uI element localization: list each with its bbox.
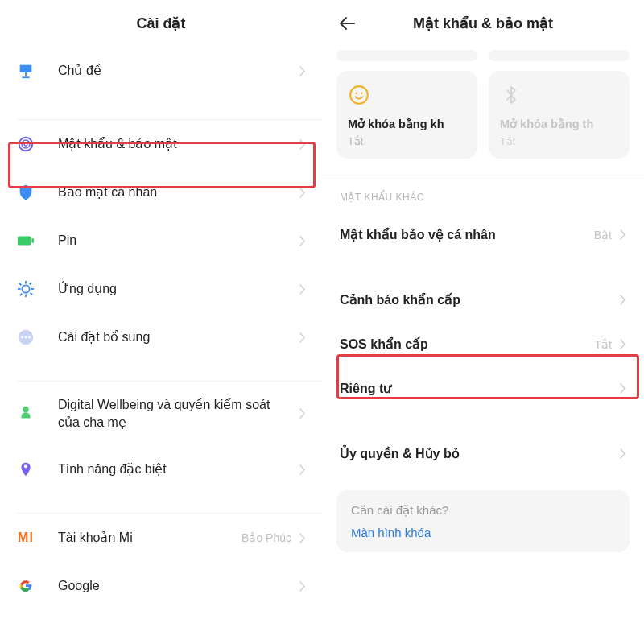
item-label: Tài khoản Mi	[58, 529, 235, 547]
chevron-right-icon	[299, 408, 306, 419]
chevron-right-icon	[620, 448, 626, 459]
svg-point-1	[22, 140, 30, 148]
footer-card: Cần cài đặt khác? Màn hình khóa	[336, 490, 630, 552]
header: Cài đặt	[0, 0, 322, 47]
svg-point-18	[23, 406, 28, 411]
svg-rect-12	[29, 282, 32, 285]
google-icon	[16, 576, 35, 596]
chevron-right-icon	[620, 229, 626, 240]
item-battery[interactable]: Pin	[0, 217, 322, 265]
row-label: Cảnh báo khẩn cấp	[340, 292, 620, 308]
item-wellbeing[interactable]: Digital Wellbeing và quyền kiểm soát của…	[0, 382, 322, 445]
section-header: MẬT KHẨU KHÁC	[322, 175, 644, 213]
card-status: Tắt	[500, 135, 618, 147]
shield-icon	[16, 183, 35, 202]
item-label: Cài đặt bổ sung	[58, 328, 291, 346]
row-label: Ủy quyền & Hủy bỏ	[340, 446, 620, 461]
svg-point-21	[355, 93, 357, 95]
fingerprint-icon	[16, 134, 35, 154]
item-privacy[interactable]: Bảo mật cá nhân	[0, 168, 322, 217]
svg-rect-6	[25, 281, 27, 284]
chevron-right-icon	[299, 332, 306, 343]
page-title: Cài đặt	[136, 14, 185, 32]
row-value: Bật	[594, 229, 612, 242]
page-title: Mật khẩu & bảo mật	[413, 14, 553, 32]
dots-icon	[16, 328, 35, 347]
theme-icon	[16, 61, 35, 80]
svg-rect-11	[30, 292, 33, 295]
chevron-right-icon	[299, 236, 306, 246]
card-title: Mở khóa bằng th	[500, 118, 618, 130]
svg-point-20	[350, 86, 368, 104]
row-label: Mật khẩu bảo vệ cá nhân	[340, 227, 594, 242]
item-label: Bảo mật cá nhân	[58, 184, 291, 201]
row-privacy[interactable]: Riêng tư	[322, 366, 644, 411]
row-personal-password[interactable]: Mật khẩu bảo vệ cá nhân Bật	[322, 213, 644, 257]
svg-rect-3	[18, 237, 31, 246]
item-label: Mật khẩu & bảo mật	[58, 135, 291, 153]
settings-list: Chủ đề Mật khẩu & bảo mật Bảo mật cá nhâ…	[0, 47, 322, 601]
card-title: Mở khóa bằng kh	[348, 118, 466, 130]
mi-logo-icon: MI	[16, 528, 35, 547]
apps-gear-icon	[16, 279, 35, 299]
footer-link[interactable]: Màn hình khóa	[351, 526, 615, 539]
special-icon	[16, 460, 35, 479]
item-label: Google	[58, 577, 291, 595]
row-authorize-revoke[interactable]: Ủy quyền & Hủy bỏ	[322, 431, 644, 476]
item-theme[interactable]: Chủ đề	[0, 47, 322, 95]
row-sos[interactable]: SOS khẩn cấp Tắt	[322, 322, 644, 366]
item-label: Digital Wellbeing và quyền kiểm soát của…	[58, 396, 291, 431]
item-password-security[interactable]: Mật khẩu & bảo mật	[0, 120, 322, 168]
header: Mật khẩu & bảo mật	[322, 0, 644, 47]
back-button[interactable]	[338, 16, 356, 31]
svg-point-17	[28, 336, 31, 339]
item-label: Chủ đề	[58, 62, 291, 80]
svg-rect-10	[19, 283, 22, 286]
card-face-unlock[interactable]: Mở khóa bằng kh Tắt	[336, 71, 477, 159]
chevron-right-icon	[299, 188, 306, 198]
chevron-right-icon	[299, 284, 306, 295]
unlock-cards: Mở khóa bằng kh Tắt Mở khóa bằng th Tắt	[322, 71, 644, 167]
item-label: Ứng dụng	[58, 280, 291, 298]
chevron-right-icon	[299, 533, 306, 543]
svg-rect-7	[25, 294, 27, 297]
svg-point-15	[21, 336, 23, 339]
row-label: Riêng tư	[340, 381, 620, 396]
svg-rect-4	[31, 238, 34, 243]
chevron-right-icon	[299, 464, 306, 475]
prev-cards-peek	[322, 47, 644, 71]
svg-rect-8	[18, 288, 21, 290]
card-bluetooth-unlock[interactable]: Mở khóa bằng th Tắt	[489, 71, 630, 159]
row-label: SOS khẩn cấp	[340, 336, 595, 352]
security-pane: Mật khẩu & bảo mật Mở khóa bằng kh Tắt M…	[322, 0, 644, 644]
svg-point-22	[361, 93, 363, 95]
chevron-right-icon	[299, 66, 306, 76]
battery-icon	[16, 231, 35, 250]
chevron-right-icon	[620, 339, 626, 349]
row-emergency-alert[interactable]: Cảnh báo khẩn cấp	[322, 278, 644, 322]
chevron-right-icon	[620, 383, 626, 394]
item-label: Tính năng đặc biệt	[58, 460, 291, 478]
card-status: Tắt	[348, 135, 466, 147]
item-special[interactable]: Tính năng đặc biệt	[0, 445, 322, 493]
chevron-right-icon	[299, 139, 306, 150]
bluetooth-icon	[500, 84, 522, 106]
chevron-right-icon	[299, 581, 306, 592]
smile-icon	[348, 84, 370, 106]
settings-pane: Cài đặt Chủ đề Mật khẩu & bảo mật	[0, 0, 322, 644]
svg-point-2	[24, 142, 27, 146]
svg-rect-9	[31, 288, 34, 290]
item-google[interactable]: Google	[0, 562, 322, 601]
footer-question: Cần cài đặt khác?	[351, 503, 615, 518]
item-mi-account[interactable]: MI Tài khoản Mi Bảo Phúc	[0, 514, 322, 562]
item-apps[interactable]: Ứng dụng	[0, 265, 322, 313]
row-value: Tắt	[595, 338, 612, 351]
item-value: Bảo Phúc	[242, 531, 291, 544]
wellbeing-icon	[16, 404, 35, 423]
item-additional[interactable]: Cài đặt bổ sung	[0, 313, 322, 361]
item-label: Pin	[58, 232, 291, 250]
svg-rect-13	[19, 293, 23, 296]
svg-point-5	[22, 285, 29, 292]
svg-point-19	[24, 464, 27, 468]
svg-point-16	[25, 336, 27, 339]
